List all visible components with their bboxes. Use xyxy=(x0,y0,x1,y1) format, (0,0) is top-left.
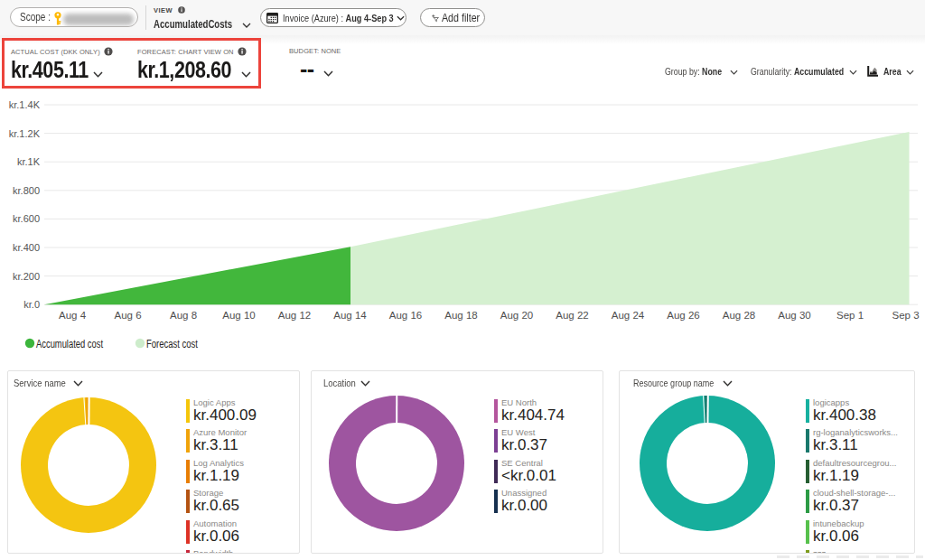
svg-text:kr.200: kr.200 xyxy=(13,271,40,282)
svg-text:Aug 28: Aug 28 xyxy=(723,310,755,321)
svg-text:kr.400: kr.400 xyxy=(13,242,40,253)
svg-text:Aug 30: Aug 30 xyxy=(778,310,810,321)
svg-text:Forecast cost: Forecast cost xyxy=(146,338,199,350)
svg-text:Aug 20: Aug 20 xyxy=(500,310,533,321)
svg-text:Sep 1: Sep 1 xyxy=(836,310,864,321)
svg-text:Aug 24: Aug 24 xyxy=(612,310,645,321)
svg-text:kr.1.4K: kr.1.4K xyxy=(9,99,41,110)
svg-text:Aug 4: Aug 4 xyxy=(59,310,87,321)
svg-text:Aug 14: Aug 14 xyxy=(333,310,367,321)
svg-text:Aug 8: Aug 8 xyxy=(170,310,197,321)
svg-text:Aug 12: Aug 12 xyxy=(278,310,311,321)
svg-text:Aug 16: Aug 16 xyxy=(389,310,422,321)
svg-text:kr.0: kr.0 xyxy=(23,299,40,310)
svg-text:kr.800: kr.800 xyxy=(13,185,40,196)
svg-text:Sep 3: Sep 3 xyxy=(892,310,919,321)
svg-text:Aug 18: Aug 18 xyxy=(444,310,477,321)
svg-text:kr.1.2K: kr.1.2K xyxy=(9,128,41,139)
svg-text:Accumulated cost: Accumulated cost xyxy=(36,338,104,350)
svg-text:Aug 6: Aug 6 xyxy=(114,310,141,321)
svg-text:Aug 22: Aug 22 xyxy=(556,310,588,321)
svg-text:Aug 10: Aug 10 xyxy=(222,310,255,321)
svg-text:kr.1K: kr.1K xyxy=(17,156,41,167)
svg-text:Aug 26: Aug 26 xyxy=(667,310,699,321)
svg-text:kr.600: kr.600 xyxy=(13,213,40,224)
